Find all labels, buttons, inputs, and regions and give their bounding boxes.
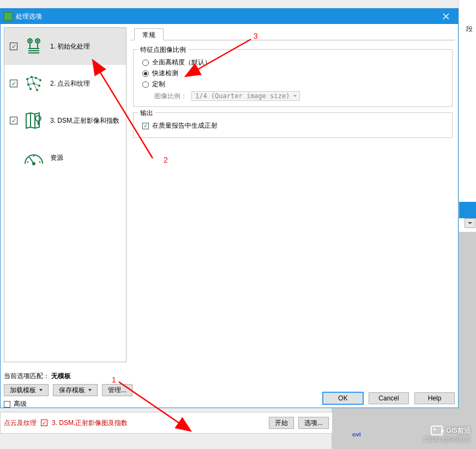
- bottom-step3-label: 3. DSM,正射影像图及指数: [52, 418, 128, 428]
- bg-ovi-text: ovi: [352, 431, 361, 438]
- radio-fast-detection[interactable]: 快速检测: [142, 69, 447, 78]
- app-icon: [4, 12, 13, 21]
- watermark-sub: CSDN @GIS前沿: [424, 435, 471, 444]
- save-template-button[interactable]: 保存模板: [53, 384, 98, 396]
- radio-full-precision[interactable]: 全面高精度（默认）: [142, 58, 447, 67]
- bottom-step3-checkbox[interactable]: ✓: [41, 420, 47, 426]
- watermark-main: GIS前沿: [446, 426, 471, 435]
- sidebar-label: 2. 点云和纹理: [50, 79, 120, 88]
- sidebar-label: 资源: [50, 153, 120, 163]
- radio-label: 定制: [152, 80, 165, 89]
- processing-bottom-bar: 点云及纹理 ✓ 3. DSM,正射影像图及指数 开始 选项...: [0, 412, 333, 434]
- radio-custom[interactable]: 定制: [142, 80, 447, 89]
- help-button[interactable]: Help: [414, 392, 455, 404]
- group-output: 输出 ✓ 在质量报告中生成正射: [133, 112, 453, 138]
- main-panel: 常规 特征点图像比例 全面高精度（默认） 快速检测 定制 图像比例：: [131, 27, 455, 362]
- map-pin-icon: [23, 110, 45, 131]
- gauge-icon: [23, 147, 45, 169]
- start-button[interactable]: 开始: [269, 417, 294, 429]
- checkbox-generate-ortho[interactable]: ✓ 在质量报告中生成正射: [142, 121, 447, 130]
- close-icon: [443, 13, 449, 20]
- manage-button[interactable]: 管理...: [102, 384, 132, 396]
- radio-label: 快速检测: [152, 69, 178, 78]
- pistons-icon: [23, 35, 45, 57]
- ok-button[interactable]: OK: [323, 392, 363, 404]
- svg-point-11: [35, 116, 41, 121]
- radio-icon: [142, 81, 149, 88]
- sidebar-item-initial-processing[interactable]: ✓ 1. 初始化处理: [4, 28, 126, 65]
- template-match-line: 当前选项匹配： 无模板: [4, 372, 455, 381]
- checkbox-label: 在质量报告中生成正射: [152, 121, 218, 130]
- sidebar-item-pointcloud[interactable]: ✓ 2. 点云和纹理: [4, 65, 126, 102]
- sidebar-checkbox-1[interactable]: ✓: [10, 43, 17, 50]
- radio-label: 全面高精度（默认）: [152, 58, 211, 67]
- options-button[interactable]: 选项...: [298, 417, 329, 429]
- group-title: 特征点图像比例: [138, 45, 188, 55]
- step-sidebar: ✓ 1. 初始化处理 ✓ 2. 点云和纹理 ✓ 3. DSM,正射影像和指数: [4, 27, 126, 362]
- wechat-icon: [431, 426, 443, 435]
- pointcloud-icon: [23, 73, 45, 94]
- match-value: 无模板: [51, 372, 71, 380]
- sidebar-label: 3. DSM,正射影像和指数: [50, 116, 120, 125]
- sidebar-item-resources[interactable]: 资源: [4, 139, 126, 176]
- advanced-checkbox[interactable]: ✓: [4, 401, 10, 408]
- bottom-step2-label: 点云及纹理: [4, 418, 37, 428]
- close-button[interactable]: [434, 9, 458, 24]
- image-scale-select[interactable]: 1/4 (Quarter image size): [191, 91, 300, 101]
- image-scale-label: 图像比例：: [154, 92, 187, 101]
- watermark: GIS前沿 CSDN @GIS前沿: [424, 426, 471, 444]
- advanced-label: 高级: [14, 399, 27, 409]
- checkbox-icon: ✓: [142, 123, 149, 129]
- bg-right-label: 段: [466, 25, 473, 34]
- titlebar: 处理选项: [1, 9, 458, 24]
- processing-options-dialog: 处理选项 ✓ 1. 初始化处理 ✓ 2. 点云和纹理: [0, 8, 459, 408]
- dialog-footer: 当前选项匹配： 无模板 加载模板 保存模板 管理... ✓ 高级 OK Canc…: [4, 372, 455, 404]
- bg-dropdown-button[interactable]: [465, 218, 475, 228]
- sidebar-checkbox-2[interactable]: ✓: [10, 80, 17, 87]
- group-title: 输出: [138, 109, 155, 118]
- radio-icon: [142, 59, 149, 66]
- dialog-title: 处理选项: [16, 12, 42, 21]
- sidebar-label: 1. 初始化处理: [50, 42, 120, 51]
- cancel-button[interactable]: Cancel: [369, 392, 409, 404]
- tab-general[interactable]: 常规: [134, 28, 164, 40]
- sidebar-item-dsm-ortho[interactable]: ✓ 3. DSM,正射影像和指数: [4, 102, 126, 139]
- bg-blue-strip: [459, 202, 476, 218]
- sidebar-checkbox-blank: [10, 154, 17, 161]
- group-feature-scale: 特征点图像比例 全面高精度（默认） 快速检测 定制 图像比例： 1/4 (Qua…: [133, 49, 453, 107]
- sidebar-checkbox-3[interactable]: ✓: [10, 117, 17, 124]
- radio-icon: [142, 70, 149, 77]
- load-template-button[interactable]: 加载模板: [4, 384, 49, 396]
- match-prefix: 当前选项匹配：: [4, 372, 50, 380]
- tab-bar: 常规: [131, 27, 455, 40]
